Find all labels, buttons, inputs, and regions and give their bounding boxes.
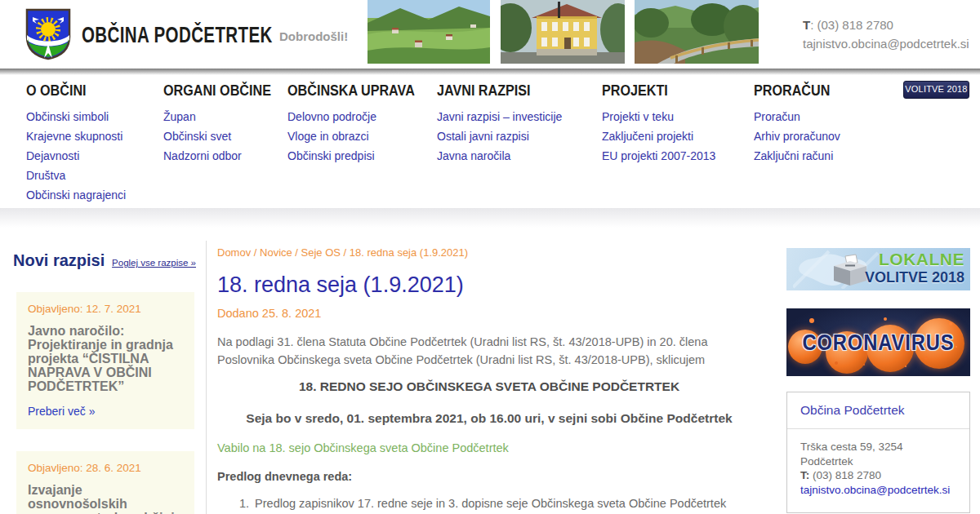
header-shadow-divider: [0, 69, 980, 75]
phone-number: : (03) 818 2780: [810, 18, 893, 32]
nav-link-krajevne-skupnosti[interactable]: Krajevne skupnosti: [26, 126, 126, 146]
nav-link-obcinski-simboli[interactable]: Občinski simboli: [26, 107, 126, 126]
contact-email-link[interactable]: tajnistvo.obcina@podcetrtek.si: [800, 484, 950, 496]
elections-banner-line2: VOLITVE 2018: [865, 268, 964, 287]
nav-column-obcinska-uprava: OBČINSKA UPRAVA Delovno področje Vloge i…: [287, 82, 437, 166]
intro-paragraph: Na podlagi 31. člena Statuta Občine Podč…: [217, 334, 758, 369]
virus-dots: [786, 308, 791, 313]
nav-heading-organi-obcine: ORGANI OBČINE: [163, 82, 271, 100]
card-title: Javno naročilo: Projektiranje in gradnja…: [28, 324, 183, 393]
nav-link-javni-razpisi-investicije[interactable]: Javni razpisi – investicije: [437, 107, 562, 126]
nav-heading-proracun: PRORAČUN: [754, 82, 830, 100]
nav-link-javna-narocila[interactable]: Javna naročila: [437, 146, 562, 166]
breadcrumb[interactable]: Domov / Novice / Seje OS / 18. redna sej…: [217, 246, 761, 259]
sidebar-new-tenders: Novi razpisi Poglej vse razpise » Objavl…: [0, 241, 206, 514]
nav-link-projekti-v-teku[interactable]: Projekti v teku: [602, 107, 715, 126]
coronavirus-banner[interactable]: CORONAVIRUS: [786, 308, 970, 376]
sidebar-header: Novi razpisi Poglej vse razpise »: [0, 241, 206, 270]
site-title: OBČINA PODČETRTEK: [82, 23, 273, 48]
nav-bottom-divider: [0, 208, 980, 228]
nav-link-eu-projekti[interactable]: EU projekti 2007-2013: [602, 146, 715, 166]
nav-link-zupan[interactable]: Župan: [163, 107, 290, 126]
contact-box-title: Občina Podčetrtek: [787, 392, 969, 429]
nav-link-vloge-in-obrazci[interactable]: Vloge in obrazci: [287, 126, 437, 146]
volitve-2018-button[interactable]: VOLITVE 2018: [903, 81, 969, 99]
local-elections-2018-banner[interactable]: LOKALNE VOLITVE 2018: [786, 248, 970, 290]
session-heading: 18. REDNO SEJO OBČINSKEGA SVETA OBČINE P…: [217, 379, 761, 394]
header-contact: T: (03) 818 2780 tajnistvo.obcina@podcet…: [803, 16, 969, 53]
agenda-item-text: Predlog zapisnikov 17. redne seje in 3. …: [255, 497, 726, 510]
invitation-link[interactable]: Vabilo na 18. sejo Občinskega sveta Obči…: [217, 441, 509, 454]
contact-box-body: Trška cesta 59, 3254 Podčetrtek T: (03) …: [787, 429, 969, 512]
see-all-tenders-link[interactable]: Poglej vse razpise »: [112, 258, 196, 268]
header-photo-hills: [368, 0, 490, 64]
date-added: Dodano 25. 8. 2021: [217, 307, 761, 320]
elections-banner-line1: LOKALNE: [865, 250, 964, 268]
welcome-text: Dobrodošli!: [279, 29, 348, 43]
nav-link-proracun[interactable]: Proračun: [754, 107, 844, 126]
sidebar-title: Novi razpisi: [13, 251, 105, 270]
coronavirus-banner-text: CORONAVIRUS: [798, 330, 960, 356]
sidebar-right: LOKALNE VOLITVE 2018 CORONAVIRUS Občina …: [786, 241, 970, 513]
nav-link-obcinski-nagrajenci[interactable]: Občinski nagrajenci: [26, 185, 126, 205]
contact-address: Trška cesta 59, 3254 Podčetrtek: [800, 440, 956, 468]
agenda-item-body: Predlog zapisnikov 17. redne seje in 3. …: [255, 494, 726, 514]
page-title: 18. redna seja (1.9.2021): [217, 273, 761, 297]
contact-phone-number: (03) 818 2780: [809, 469, 881, 481]
nav-link-dejavnosti[interactable]: Dejavnosti: [26, 146, 126, 166]
header-phone: T: (03) 818 2780: [803, 16, 969, 34]
nav-heading-obcinska-uprava: OBČINSKA UPRAVA: [287, 82, 415, 100]
nav-link-zakljuceni-projekti[interactable]: Zaključeni projekti: [602, 126, 715, 146]
nav-heading-o-obcini: O OBČINI: [26, 82, 111, 100]
header-photo-town-hall: [501, 0, 625, 64]
agenda-item-number: 1.: [239, 494, 249, 514]
nav-column-organi-obcine: ORGANI OBČINE Župan Občinski svet Nadzor…: [163, 82, 290, 166]
nav-link-obcinski-predpisi[interactable]: Občinski predpisi: [287, 146, 437, 166]
tender-card[interactable]: Objavljeno: 28. 6. 2021 Izvajanje osnovn…: [16, 451, 194, 514]
contact-phone: T: (03) 818 2780: [800, 468, 956, 483]
card-published-date: Objavljeno: 12. 7. 2021: [28, 303, 183, 315]
nav-heading-javni-razpisi: JAVNI RAZPISI: [437, 82, 543, 100]
header-email[interactable]: tajnistvo.obcina@podcetrtek.si: [803, 34, 969, 53]
agenda-label: Predlog dnevnega reda:: [217, 470, 761, 483]
main-navigation: O OBČINI Občinski simboli Krajevne skupn…: [0, 75, 980, 208]
nav-link-arhiv-proracunov[interactable]: Arhiv proračunov: [754, 126, 844, 146]
nav-link-delovno-podrocje[interactable]: Delovno področje: [287, 107, 437, 126]
coat-of-arms-logo[interactable]: [24, 7, 72, 61]
tender-card[interactable]: Objavljeno: 12. 7. 2021 Javno naročilo: …: [16, 292, 194, 429]
nav-column-proracun: PRORAČUN Proračun Arhiv proračunov Zaklj…: [754, 82, 844, 166]
nav-link-drustva[interactable]: Društva: [26, 166, 126, 185]
nav-link-obcinski-svet[interactable]: Občinski svet: [163, 126, 290, 146]
nav-link-nadzorni-odbor[interactable]: Nadzorni odbor: [163, 146, 290, 166]
read-more-link[interactable]: Preberi več »: [28, 405, 95, 418]
nav-heading-projekti: PROJEKTI: [602, 82, 698, 100]
main-content: Domov / Novice / Seje OS / 18. redna sej…: [206, 241, 777, 514]
nav-column-o-obcini: O OBČINI Občinski simboli Krajevne skupn…: [26, 82, 126, 205]
nav-link-zakljucni-racuni[interactable]: Zaključni računi: [754, 146, 844, 166]
agenda-item: 1. Predlog zapisnikov 17. redne seje in …: [217, 494, 761, 514]
phone-label: T: [803, 18, 810, 32]
card-published-date: Objavljeno: 28. 6. 2021: [28, 462, 183, 474]
card-title: Izvajanje osnovnošolskih prevozov otrok …: [28, 483, 183, 514]
nav-column-projekti: PROJEKTI Projekti v teku Zaključeni proj…: [602, 82, 715, 166]
site-header: OBČINA PODČETRTEK Dobrodošli!: [0, 0, 980, 69]
header-photo-path: [635, 0, 759, 64]
contact-phone-label: T:: [800, 469, 809, 481]
municipality-contact-box: Občina Podčetrtek Trška cesta 59, 3254 P…: [786, 392, 970, 513]
session-time: Seja bo v sredo, 01. septembra 2021, ob …: [217, 411, 761, 426]
nav-link-ostali-javni-razpisi[interactable]: Ostali javni razpisi: [437, 126, 562, 146]
elections-banner-text: LOKALNE VOLITVE 2018: [865, 250, 964, 287]
nav-column-javni-razpisi: JAVNI RAZPISI Javni razpisi – investicij…: [437, 82, 562, 166]
